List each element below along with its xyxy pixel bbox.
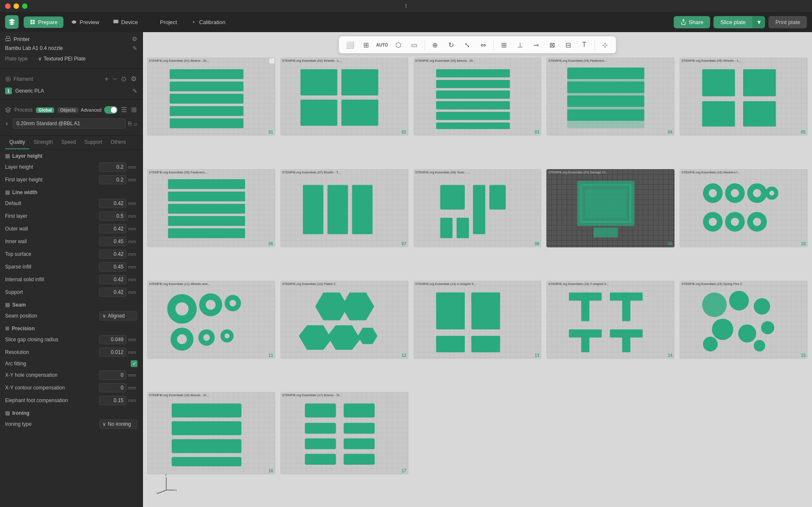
- layer-height-input[interactable]: [99, 162, 126, 172]
- tool-fdm[interactable]: ⊠: [545, 38, 560, 52]
- tool-plate-view[interactable]: ▭: [407, 38, 422, 52]
- svg-point-65: [753, 218, 761, 226]
- filament-edit-button[interactable]: ✎: [132, 88, 137, 94]
- tool-measure[interactable]: ⊹: [598, 38, 613, 52]
- tool-arrange[interactable]: ⊞: [497, 38, 512, 52]
- tab-support[interactable]: Support: [80, 136, 106, 149]
- plate-03[interactable]: STEMFiE.org Essentials (03) Beams - SI..…: [414, 58, 542, 136]
- filament-settings-button[interactable]: ⚙: [130, 75, 137, 83]
- plate-11[interactable]: STEMFiE.org Essentials (11) Wheels and..…: [147, 281, 275, 359]
- plate-02[interactable]: STEMFiE.org Essentials (02) Wheels - L..…: [280, 58, 409, 136]
- plate-10[interactable]: STEMFiE.org Essentials (10) Washers f...: [680, 169, 808, 247]
- plate-07[interactable]: STEMFiE.org Essentials (07) Bluefin - T.…: [280, 169, 409, 247]
- tag-objects[interactable]: Objects: [58, 107, 78, 113]
- outer-wall-input[interactable]: [99, 224, 126, 233]
- profile-search-button[interactable]: ⌕: [134, 120, 137, 127]
- profile-copy-button[interactable]: ⎘: [128, 120, 132, 127]
- ironing-type-row: Ironing type ∨ No ironing: [0, 418, 143, 430]
- xy-hole-input[interactable]: [99, 370, 126, 380]
- tab-prepare[interactable]: Prepare: [24, 16, 63, 28]
- close-button[interactable]: [5, 3, 11, 9]
- internal-solid-input[interactable]: [99, 275, 126, 284]
- plate-13[interactable]: STEMFiE.org Essentials (13) U-shaped S..…: [414, 281, 542, 359]
- plate-14[interactable]: STEMFiE.org Essentials (14) T-shaped S..…: [546, 281, 675, 359]
- tool-auto[interactable]: AUTO: [375, 38, 390, 52]
- tab-device[interactable]: Device: [107, 16, 144, 28]
- plate-12[interactable]: STEMFiE.org Essentials (12) Plates C 12: [280, 281, 409, 359]
- sparse-infill-input[interactable]: [99, 262, 126, 271]
- tab-strength[interactable]: Strength: [29, 136, 57, 149]
- tab-project[interactable]: Project: [145, 16, 183, 28]
- top-surface-input[interactable]: [99, 249, 126, 259]
- xy-contour-input[interactable]: [99, 383, 126, 392]
- share-button[interactable]: Share: [674, 16, 710, 28]
- tool-cut-view[interactable]: ⬡: [391, 38, 406, 52]
- tab-calibration[interactable]: Calibration: [185, 16, 231, 28]
- printer-settings-button[interactable]: ⚙: [132, 36, 137, 42]
- plate-06[interactable]: STEMFiE.org Essentials (06) Fasteners...…: [147, 169, 275, 247]
- printer-section: Printer ⚙ Bambu Lab A1 0.4 nozzle ✎ Plat…: [0, 32, 143, 69]
- plate-06-title: STEMFiE.org Essentials (06) Fasteners...: [149, 170, 207, 174]
- navbar: Prepare Preview Device Project Calibrati…: [0, 12, 812, 32]
- svg-rect-121: [305, 454, 336, 465]
- tool-scale[interactable]: ⤡: [460, 38, 475, 52]
- tool-move[interactable]: ⊕: [428, 38, 443, 52]
- plate-08[interactable]: STEMFiE.org Essentials (08) Tools - ... …: [414, 169, 542, 247]
- plate-01-close[interactable]: ✕: [269, 58, 274, 63]
- svg-point-71: [230, 300, 236, 307]
- resolution-input[interactable]: [99, 348, 126, 357]
- svg-point-59: [769, 191, 774, 196]
- tab-preview[interactable]: Preview: [65, 16, 105, 28]
- plate-15[interactable]: STEMFiE.org Essentials (15) Spring Pins …: [680, 281, 808, 359]
- svg-point-53: [709, 189, 717, 197]
- slice-gap-input[interactable]: [99, 335, 126, 344]
- first-layer-height-input[interactable]: [99, 175, 126, 184]
- svg-rect-38: [168, 216, 245, 226]
- tool-text[interactable]: T: [577, 38, 592, 52]
- share-label: Share: [689, 19, 704, 25]
- plate-05[interactable]: STEMFiE.org Essentials (05) Wheels - 1..…: [680, 58, 808, 136]
- plate-16[interactable]: STEMFiE.org Essentials (16) Braces - Sl.…: [147, 392, 275, 474]
- svg-rect-88: [485, 292, 500, 329]
- tool-support[interactable]: ⊥: [513, 38, 528, 52]
- process-compare-button[interactable]: ⊞: [130, 106, 137, 114]
- tool-box-view[interactable]: ⬜: [343, 38, 358, 52]
- plate-08-title: STEMFiE.org Essentials (08) Tools - ...: [415, 170, 470, 174]
- tab-speed[interactable]: Speed: [57, 136, 80, 149]
- profile-input[interactable]: [13, 118, 126, 129]
- default-input[interactable]: [99, 199, 126, 208]
- plate-01[interactable]: STEMFiE.org Essentials (01) Beams - SI..…: [147, 58, 275, 136]
- tag-global[interactable]: Global: [36, 107, 54, 113]
- minimize-button[interactable]: [14, 3, 19, 9]
- print-plate-button[interactable]: Print plate: [768, 16, 807, 28]
- maximize-button[interactable]: [22, 3, 27, 9]
- tool-rotate[interactable]: ↻: [444, 38, 459, 52]
- tool-grid-view[interactable]: ⊞: [359, 38, 374, 52]
- support-width-input[interactable]: [99, 288, 126, 297]
- advanced-toggle[interactable]: [104, 106, 118, 114]
- sync-filament-button[interactable]: ⊙: [120, 75, 127, 83]
- add-filament-button[interactable]: +: [104, 75, 109, 83]
- plate-09[interactable]: STEMFiE.org Essentials (09) Storage Cr..…: [546, 169, 675, 247]
- plate-17[interactable]: STEMFiE.org Essentials (17) Braces - Sl.…: [280, 392, 409, 474]
- printer-section-header: Printer ⚙: [5, 36, 137, 42]
- tool-split[interactable]: ⊟: [561, 38, 576, 52]
- elephant-input[interactable]: [99, 396, 126, 405]
- plate-type-value[interactable]: ∨ Textured PEI Plate: [38, 56, 85, 62]
- arc-fitting-checkbox[interactable]: ✓: [131, 360, 137, 367]
- remove-filament-button[interactable]: −: [112, 75, 118, 83]
- tab-quality[interactable]: Quality: [5, 136, 29, 149]
- tab-others[interactable]: Others: [106, 136, 130, 149]
- inner-wall-input[interactable]: [99, 237, 126, 246]
- slice-dropdown-button[interactable]: ▼: [752, 16, 765, 28]
- first-layer-width-input[interactable]: [99, 211, 126, 221]
- seam-position-dropdown[interactable]: ∨ Aligned: [99, 311, 137, 321]
- tool-seam[interactable]: ⊸: [529, 38, 544, 52]
- ironing-type-dropdown[interactable]: ∨ No ironing: [99, 419, 137, 429]
- tool-mirror[interactable]: ⇔: [476, 38, 491, 52]
- svg-rect-96: [582, 292, 590, 321]
- printer-edit-button[interactable]: ✎: [132, 45, 137, 52]
- process-list-button[interactable]: ☰: [120, 106, 128, 114]
- slice-plate-button[interactable]: Slice plate: [713, 16, 752, 28]
- plate-04[interactable]: STEMFiE.org Essentials (04) Fasteners...…: [546, 58, 675, 136]
